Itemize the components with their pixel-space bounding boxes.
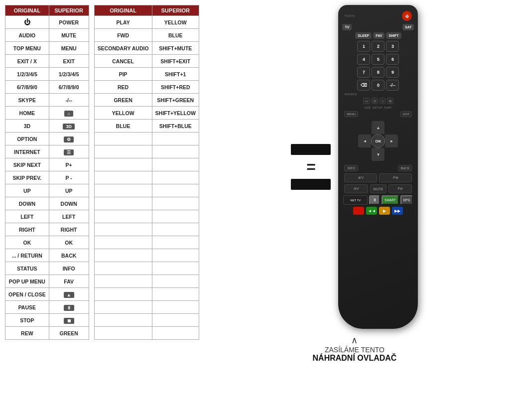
table1-cell-original-2: TOP MENU	[5, 42, 49, 55]
smart-button[interactable]: SMART	[382, 195, 399, 205]
table1-cell-superior-5: 6/7/8/9/0	[49, 81, 89, 94]
table2-cell-original-5: RED	[94, 81, 152, 94]
sleep-fav-shift-row: SLEEP FAV SHIFT	[342, 32, 414, 39]
num-2[interactable]: 2	[372, 41, 384, 52]
table1-cell-superior-2: MENU	[49, 42, 89, 55]
num-6[interactable]: 6	[386, 54, 399, 65]
table2-cell-original-7: YELLOW	[94, 107, 152, 120]
table2-cell-original-13	[94, 184, 152, 197]
table1-cell-superior-16: RIGHT	[49, 223, 89, 236]
table1-wrapper: ORIGINAL SUPERIOR ⏻POWERAUDIOMUTETOP MEN…	[5, 5, 89, 363]
arrow-icon: ∧	[313, 335, 397, 346]
table-row	[94, 223, 199, 236]
tv-button[interactable]: TV	[342, 24, 352, 30]
table2-cell-superior-23	[152, 314, 199, 327]
table-row: HOME⌂	[5, 107, 89, 120]
table2-cell-original-6: GREEN	[94, 94, 152, 107]
exit-button[interactable]: EXIT	[400, 111, 412, 117]
table-row: ⏻POWER	[5, 16, 89, 29]
fav-button[interactable]: FAV	[373, 32, 384, 39]
sleep-button[interactable]: SLEEP	[355, 32, 372, 39]
table1-cell-superior-24: GREEN	[49, 327, 89, 340]
table1-cell-original-4: 1/2/3/4/5	[5, 68, 49, 81]
fast-forward-button[interactable]: ▶▶	[392, 207, 403, 215]
table-row: RIGHTRIGHT	[5, 223, 89, 236]
num-5[interactable]: 5	[372, 54, 384, 65]
shift-button[interactable]: SHIFT	[386, 32, 401, 39]
table-row: PLAYYELLOW	[94, 16, 199, 29]
table2-cell-superior-2: SHIFT+MUTE	[152, 42, 199, 55]
table-row	[94, 184, 199, 197]
size-setup-row: SIZE SETUP SUBT.	[342, 106, 414, 109]
back-icon[interactable]: ⌫	[357, 80, 370, 91]
num-3[interactable]: 3	[386, 41, 399, 52]
red-button[interactable]	[353, 207, 364, 215]
vol-row-1: ⊕V P⊕	[342, 173, 414, 182]
source-usb-icon[interactable]: ⊞	[387, 98, 393, 104]
back-button[interactable]: BACK	[398, 165, 412, 171]
num-row-2: 4 5 6	[342, 54, 414, 65]
vol-down-button[interactable]: ⊖V	[344, 184, 368, 193]
rewind-button[interactable]: ◄◄	[366, 207, 377, 215]
table2-cell-superior-11	[152, 158, 199, 171]
nav-right-button[interactable]: ►	[385, 135, 398, 147]
table-row: ... / RETURNBACK	[5, 249, 89, 262]
table-row	[94, 145, 199, 158]
table-row: TOP MENUMENU	[5, 42, 89, 55]
dash-button[interactable]: -/--	[386, 80, 399, 91]
info-button[interactable]: INFO	[344, 165, 358, 171]
mute-button[interactable]: MUTE	[370, 184, 387, 193]
table2-cell-superior-16	[152, 223, 199, 236]
table1-cell-original-21: OPEN / CLOSE	[5, 288, 49, 301]
menu-button[interactable]: MENU	[344, 111, 358, 117]
table2-cell-superior-21	[152, 288, 199, 301]
pause-button[interactable]: ⏸	[369, 195, 380, 205]
net-tv-button[interactable]: NET TV	[343, 195, 368, 205]
zasilame-text: ZASÍLÁME TENTO	[313, 346, 397, 354]
vol-up-button[interactable]: ⊕V	[344, 173, 377, 182]
table-row	[94, 249, 199, 262]
ch-down-button[interactable]: P⊖	[388, 184, 412, 193]
ch-up-button[interactable]: P⊕	[379, 173, 412, 182]
table1-cell-original-13: UP	[5, 184, 49, 197]
nav-left-button[interactable]: ◄	[358, 135, 371, 147]
table2-cell-superior-20	[152, 275, 199, 288]
table2-cell-superior-8: SHIFT+BLUE	[152, 120, 199, 133]
table-row	[94, 327, 199, 340]
table1-cell-superior-20: FAV	[49, 275, 89, 288]
bottom-text: ∧ ZASÍLÁME TENTO NÁHRADNÍ OVLADAČ	[313, 335, 397, 363]
nav-down-button[interactable]: ▼	[372, 148, 384, 161]
num-7[interactable]: 7	[357, 67, 370, 78]
epg-button[interactable]: EPG	[400, 195, 413, 205]
table1-cell-superior-7: ⌂	[49, 107, 89, 120]
num-9[interactable]: 9	[386, 67, 399, 78]
num-8[interactable]: 8	[372, 67, 384, 78]
table2-cell-original-17	[94, 236, 152, 249]
source-tv-icon[interactable]: ▭	[363, 98, 370, 104]
table-row	[94, 314, 199, 327]
table1-header-superior: SUPERIOR	[49, 5, 89, 16]
table2-cell-superior-6: SHIFT+GREEN	[152, 94, 199, 107]
ok-button[interactable]: OK	[371, 134, 385, 148]
table1-cell-original-0: ⏻	[5, 16, 49, 29]
table1-cell-superior-12: P -	[49, 171, 89, 184]
table-row: OPEN / CLOSE▲	[5, 288, 89, 301]
power-button[interactable]: ⏻	[402, 11, 412, 21]
num-0[interactable]: 0	[372, 80, 384, 91]
sat-button[interactable]: SAT	[402, 24, 414, 30]
num-1[interactable]: 1	[357, 41, 370, 52]
num-4[interactable]: 4	[357, 54, 370, 65]
num-row-1: 1 2 3	[342, 41, 414, 52]
table1-cell-superior-23: ⏹	[49, 314, 89, 327]
equals-sign: =	[306, 159, 316, 175]
table-row: YELLOWSHIFT+YELLOW	[94, 107, 199, 120]
source-music-icon[interactable]: ♫	[380, 98, 386, 104]
table-row: PIPSHIFT+1	[94, 68, 199, 81]
table1-cell-original-23: STOP	[5, 314, 49, 327]
nav-up-button[interactable]: ▲	[372, 121, 384, 134]
table1-cell-superior-18: BACK	[49, 249, 89, 262]
black-bar-top	[291, 144, 331, 155]
play-button[interactable]: ▶	[379, 207, 390, 215]
table1-cell-original-3: EXIT / X	[5, 55, 49, 68]
source-cam-icon[interactable]: ⊡	[372, 98, 378, 104]
